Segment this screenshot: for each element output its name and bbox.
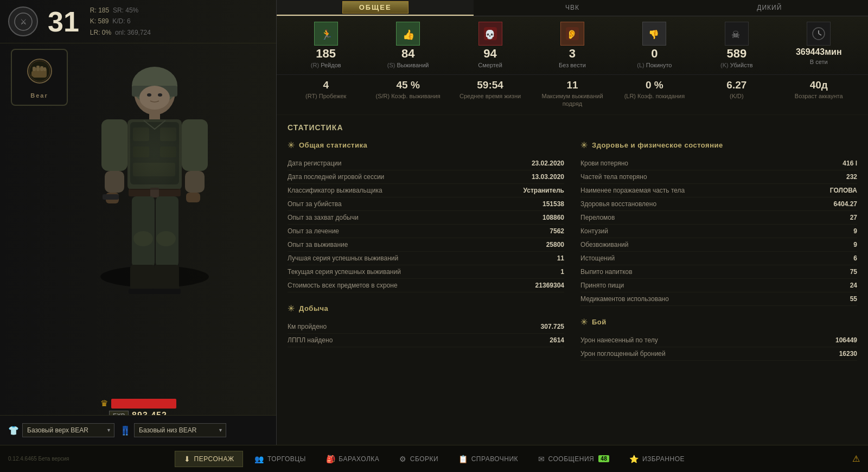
equip-bottom-slot: 👖 Базовый низ BEAR [120,423,226,437]
stat-row: Частей тела потеряно 232 [580,170,857,184]
account-age-value: 40д [810,79,828,91]
nav-izbrannoe[interactable]: ⭐ ИЗБРАННОЕ [621,451,693,467]
crown-icon: ♛ [100,398,108,409]
raids-label: (R) Рейдов [311,62,341,69]
stat-row: Урон нанесенный по телу 106449 [580,334,857,347]
svg-text:👍: 👍 [403,29,415,41]
stat-row: Здоровья восстановлено 6404.27 [580,197,857,211]
nav-spravochnik[interactable]: 📋 СПРАВОЧНИК [450,451,527,467]
username-bar: ♛ [100,398,176,409]
stat-kills: ☠ 589 (K) Убийств [695,22,777,69]
nav-personaj[interactable]: ⬇ ПЕРСОНАЖ [175,451,243,467]
stat-row: Классификатор выживальщика Устранитель [288,184,564,197]
skull-red-icon: 💀 [478,22,502,46]
svg-point-37 [156,231,176,246]
tab-chvk[interactable]: ЧВК [474,0,671,16]
nav-baraxolka[interactable]: 🎒 БАРАХОЛКА [317,451,388,467]
stat-row: Крови потеряно 416 l [580,157,857,170]
stat-account-age: 40д Возраст аккаунта [778,79,860,108]
character-figure [54,43,255,358]
section-title: СТАТИСТИКА [288,123,857,132]
avg-life-value: 59:54 [477,79,503,91]
svg-text:👂: 👂 [566,29,577,40]
mia-value: 3 [569,48,576,60]
runs-value: 4 [323,79,329,91]
stat-runs: 4 (RT) Пробежек [285,79,367,108]
skull-white-icon: ☠ [725,22,749,46]
nav-torgovcy-label: ТОРГОВЦЫ [267,455,306,463]
kd-ratio-value: 6.27 [726,79,746,91]
nav-izbrannoe-label: ИЗБРАННОЕ [642,455,685,463]
stat-row: Текущая серия успешных выживаний 1 [288,265,564,279]
left-label: (L) Покинуто [637,62,672,69]
content-area[interactable]: СТАТИСТИКА ✳ Общая статистика Дата регис… [277,115,868,445]
combat-stats-list: Урон нанесенный по телу 106449 Урон погл… [580,334,857,361]
character-svg [68,49,241,353]
nav-items: ⬇ ПЕРСОНАЖ 👥 ТОРГОВЦЫ 🎒 БАРАХОЛКА ⚙ СБОР… [175,451,693,467]
col-loot-header: ✳ Добыча [288,303,564,314]
stat-row: Медикаментов использовано 55 [580,292,857,306]
svg-rect-25 [101,119,127,171]
health-star-icon: ✳ [580,140,588,150]
stat-deaths: 💀 94 Смертей [449,22,531,69]
run-icon: 🏃 [314,22,338,46]
stats-row-1: 🏃 185 (R) Рейдов 👍 84 (S) Выживаний 💀 [277,16,868,75]
survival-label: (S) Выживаний [387,62,429,69]
sborki-icon: ⚙ [399,455,407,463]
left-panel: ⚔ 31 R: 185 SR: 45% K: 589 K/D: 6 LR: 0%… [0,0,277,445]
thumb-up-icon: 👍 [396,22,420,46]
svg-rect-17 [149,110,160,120]
loot-title: Добыча [299,304,328,312]
shirt-icon: 👕 [8,425,19,436]
personaj-icon: ⬇ [184,455,191,463]
svg-point-14 [139,86,170,110]
svg-rect-29 [182,119,208,171]
stat-row: Переломов 27 [580,211,857,225]
stat-row: Выпито напитков 75 [580,265,857,279]
stat-row: Дата последней игровой сессии 13.03.2020 [288,170,564,184]
equip-top-select[interactable]: Базовый верх BEAR [22,423,114,437]
svg-point-16 [158,93,162,97]
stat-max-streak: 11 Максимум выживаний подряд [531,79,613,108]
svg-rect-31 [186,193,200,202]
nav-sborki[interactable]: ⚙ СБОРКИ [391,451,447,467]
equip-bottom-select[interactable]: Базовый низ BEAR [134,423,226,437]
clock-icon [807,22,831,46]
svg-text:👎: 👎 [648,29,659,40]
stat-kd-ratio: 6.27 (K/D) [695,79,777,108]
stat-mia: 👂 3 Без вести [531,22,613,69]
stat-row: Опыт за лечение 7562 [288,225,564,238]
nav-baraxolka-label: БАРАХОЛКА [339,455,379,463]
raids-value: 185 [316,48,336,60]
svg-rect-41 [152,289,181,294]
leave-rate-value: 0 % [646,79,663,91]
top-bar: ⚔ 31 R: 185 SR: 45% K: 589 K/D: 6 LR: 0%… [0,0,276,43]
stat-row: Стоимость всех предметов в схроне 213693… [288,279,564,292]
right-panel: ОБЩЕЕ ЧВК ДИКИЙ 🏃 185 (R) Рейдов 👍 84 (S… [277,0,868,445]
character-level: 31 [48,8,79,36]
equip-top-slot: 👕 Базовый верх BEAR [8,423,114,437]
version-text: 0.12.4.6465 Бета версия [8,456,69,462]
stat-row: Лучшая серия успешных выживаний 11 [288,252,564,265]
stat-row: Обезвоживаний 9 [580,238,857,252]
kd-ratio-label: (K/D) [730,92,744,100]
tab-main[interactable]: ОБЩЕЕ [277,0,474,16]
nav-torgovcy[interactable]: 👥 ТОРГОВЦЫ [246,451,314,467]
stats-row-2: 4 (RT) Пробежек 45 % (S/R) Коэф. выживан… [277,75,868,115]
account-age-label: Возраст аккаунта [795,92,843,100]
svg-rect-30 [185,171,205,193]
col-health-header: ✳ Здоровье и физическое состояние [580,140,857,150]
stat-row: Опыт за захват добычи 108860 [288,211,564,225]
avg-life-label: Среднее время жизни [459,92,521,100]
svg-rect-6 [36,66,40,71]
max-streak-value: 11 [566,79,578,91]
tab-wild[interactable]: ДИКИЙ [671,0,868,16]
svg-rect-5 [33,67,36,71]
svg-point-36 [133,231,153,246]
svg-rect-8 [43,67,46,71]
stat-row: Км пройдено 307.725 [288,320,564,334]
svg-rect-39 [154,265,179,292]
stat-raids: 🏃 185 (R) Рейдов [285,22,367,69]
nav-soobsheniya[interactable]: ✉ СООБЩЕНИЯ 48 [529,451,618,467]
col-right: ✳ Здоровье и физическое состояние Крови … [580,140,857,361]
